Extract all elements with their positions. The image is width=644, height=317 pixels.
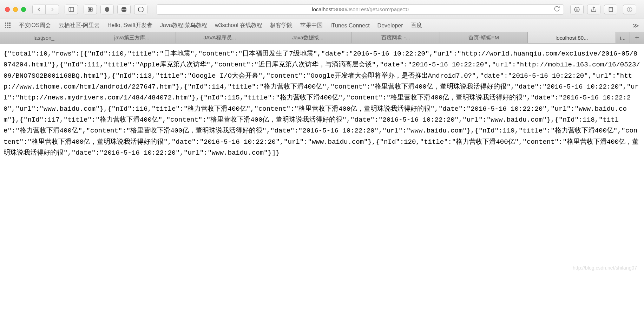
close-window-button[interactable] bbox=[5, 7, 10, 12]
reload-button[interactable] bbox=[554, 6, 560, 13]
json-response-body: {"total":10,"rows":[{"nId":110,"title":"… bbox=[0, 44, 644, 163]
downloads-button[interactable] bbox=[570, 5, 584, 14]
browser-tab[interactable]: JAVA程序员... bbox=[176, 32, 264, 43]
bookmark-item[interactable]: Java教程|菜鸟教程 bbox=[160, 22, 207, 29]
minimize-window-button[interactable] bbox=[13, 7, 18, 12]
browser-tab[interactable]: Java数据接... bbox=[264, 32, 352, 43]
svg-rect-0 bbox=[69, 7, 74, 12]
download-icon bbox=[574, 6, 580, 13]
tabs-bar: fastjson_ java第三方库... JAVA程序员... Java数据接… bbox=[0, 32, 644, 44]
bookmark-item[interactable]: 苹果中国 bbox=[300, 22, 323, 29]
url-text: localhost:8080/JsonTest/getJson?page=0 bbox=[312, 6, 409, 12]
svg-marker-6 bbox=[138, 7, 143, 12]
browser-tab[interactable]: 百度网盘 -... bbox=[352, 32, 440, 43]
watermark-text: http://blog.csdn.net/shifang07 bbox=[573, 265, 637, 271]
bookmark-item[interactable]: 百度 bbox=[411, 22, 422, 29]
extension-button-abp[interactable]: ABP bbox=[117, 5, 131, 14]
shield-icon bbox=[104, 6, 110, 13]
tabs-overview-button[interactable] bbox=[604, 5, 617, 14]
abp-icon: ABP bbox=[121, 6, 127, 13]
svg-text:ABP: ABP bbox=[122, 8, 126, 11]
forward-button[interactable] bbox=[46, 5, 59, 14]
apps-grid-icon[interactable] bbox=[5, 22, 11, 29]
svg-rect-10 bbox=[609, 8, 613, 12]
extension-button-4[interactable] bbox=[134, 5, 147, 14]
bookmark-item[interactable]: 极客学院 bbox=[270, 22, 293, 29]
sidebar-toggle-button[interactable] bbox=[65, 5, 78, 14]
back-button[interactable] bbox=[32, 5, 46, 14]
record-icon bbox=[87, 6, 93, 13]
bookmarks-overflow-icon[interactable]: ≫ bbox=[632, 22, 639, 30]
traffic-lights bbox=[5, 7, 26, 12]
sidebar-icon bbox=[68, 6, 74, 13]
bookmark-item[interactable]: 云栖社区-阿里云 bbox=[59, 22, 100, 29]
browser-tab[interactable]: java第三方库... bbox=[88, 32, 176, 43]
info-icon bbox=[626, 6, 633, 13]
bookmark-item[interactable]: iTunes Connect bbox=[330, 22, 369, 29]
extension-button-2[interactable] bbox=[100, 5, 114, 14]
address-bar[interactable]: localhost:8080/JsonTest/getJson?page=0 bbox=[157, 4, 564, 15]
share-icon bbox=[591, 6, 597, 13]
browser-tab-active[interactable]: localhost:80... bbox=[528, 32, 616, 43]
extension-button-1[interactable] bbox=[84, 5, 97, 14]
tabs-icon bbox=[607, 6, 614, 13]
info-button[interactable] bbox=[623, 5, 636, 14]
bookmark-item[interactable]: 平安iOS周会 bbox=[19, 22, 51, 29]
maximize-window-button[interactable] bbox=[21, 7, 26, 12]
browser-tab[interactable]: fastjson_ bbox=[0, 32, 88, 43]
browser-tab[interactable]: 首页-蜻蜓FM bbox=[440, 32, 528, 43]
bookmark-item[interactable]: Developer bbox=[377, 22, 403, 29]
chevron-right-icon bbox=[49, 6, 55, 13]
bookmark-item[interactable]: w3school 在线教程 bbox=[215, 22, 262, 29]
svg-point-3 bbox=[89, 8, 92, 11]
new-tab-button[interactable]: + bbox=[630, 32, 644, 43]
nav-buttons bbox=[32, 5, 59, 14]
bookmarks-bar: 平安iOS周会 云栖社区-阿里云 Hello, Swift开发者 Java教程|… bbox=[0, 19, 644, 32]
browser-tab[interactable]: i... bbox=[616, 32, 630, 43]
bookmark-item[interactable]: Hello, Swift开发者 bbox=[107, 22, 152, 29]
stop-icon bbox=[138, 6, 144, 13]
svg-point-13 bbox=[629, 8, 630, 8]
titlebar: ABP localhost:8080/JsonTest/getJson?page… bbox=[0, 0, 644, 19]
chevron-left-icon bbox=[36, 6, 42, 13]
share-button[interactable] bbox=[587, 5, 600, 14]
reload-icon bbox=[554, 6, 560, 12]
